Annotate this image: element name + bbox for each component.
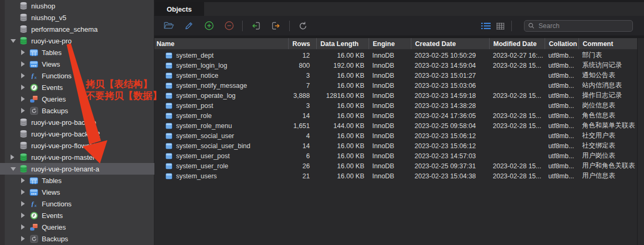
disclosure-right-icon[interactable] [21, 107, 29, 114]
sidebar-item-functions[interactable]: ƒxFunctions [0, 70, 154, 81]
cell-text: system_social_user [176, 132, 234, 140]
disclosure-right-icon[interactable] [21, 189, 29, 195]
search-input[interactable] [538, 22, 629, 30]
disclosure-right-icon[interactable] [11, 154, 19, 160]
table-row-system-dept[interactable]: system_dept1216.00 KBInnoDB2023-02-25 10… [154, 50, 637, 60]
export-wizard-button[interactable] [266, 19, 286, 33]
queries-icon [30, 223, 38, 231]
tab-bar: Objects [154, 0, 644, 16]
list-view-icon [481, 22, 491, 30]
sidebar-item-ruoyi-vue-pro-master[interactable]: ruoyi-vue-pro-master [0, 151, 154, 163]
table-row-system-notify-message[interactable]: system_notify_message716.00 KBInnoDB2023… [154, 80, 637, 90]
table-row-system-role-menu[interactable]: system_role_menu1,651144.00 KBInnoDB2023… [154, 121, 637, 131]
sidebar-item-queries[interactable]: Queries [0, 93, 154, 105]
cell-created-date: 2023-02-23 14:57:03 [411, 152, 489, 160]
cell-text: 16.00 KB [337, 152, 364, 160]
sidebar-item-label: Events [42, 212, 63, 220]
pencil-icon [184, 21, 194, 31]
cell-text: 2023-02-28 15... [493, 112, 541, 120]
sidebar-item-backups[interactable]: Backups [0, 105, 154, 116]
search-box[interactable] [524, 20, 633, 32]
functions-icon: ƒx [31, 71, 37, 80]
column-header-rows[interactable]: Rows [288, 38, 316, 49]
sidebar-item-ruoyi-vue-pro-tenant-a[interactable]: ruoyi-vue-pro-tenant-a [0, 163, 154, 175]
table-row-system-user-role[interactable]: system_user_role2616.00 KBInnoDB2023-02-… [154, 161, 637, 171]
disclosure-down-icon[interactable] [11, 166, 19, 172]
table-row-system-social-user[interactable]: system_social_user416.00 KBInnoDB2023-02… [154, 131, 637, 141]
sidebar-item-ruoyi-vue-pro-backup2[interactable]: ruoyi-vue-pro-backup2 [0, 128, 154, 140]
column-header-created-date[interactable]: Created Date [411, 38, 489, 49]
column-header-modified-date[interactable]: Modified Date [489, 38, 545, 49]
cell-text: 2023-02-23 15:04:38 [415, 173, 476, 180]
disclosure-down-icon[interactable] [11, 38, 19, 44]
design-table-button[interactable] [179, 19, 199, 33]
cell-text: 14 [302, 112, 310, 120]
disclosure-right-icon[interactable] [21, 201, 29, 207]
import-wizard-button[interactable] [246, 19, 266, 33]
sidebar-item-functions[interactable]: ƒxFunctions [0, 198, 154, 210]
sidebar-item-backups[interactable]: Backups [0, 233, 154, 244]
sidebar-item-events[interactable]: Events [0, 210, 154, 221]
cell-text: 7 [306, 82, 310, 89]
table-row-system-notice[interactable]: system_notice316.00 KBInnoDB2023-02-23 1… [154, 70, 637, 80]
list-view-button[interactable] [479, 20, 493, 32]
cell-rows: 26 [288, 162, 316, 170]
disclosure-right-icon[interactable] [21, 212, 29, 219]
cell-text: 2023-02-28 15... [493, 173, 541, 180]
sidebar-item-views[interactable]: Views [0, 186, 154, 198]
column-header-name[interactable]: Name [154, 38, 288, 49]
cell-text: 2023-02-25 10:50:29 [415, 52, 476, 59]
cell-engine: InnoDB [369, 82, 411, 89]
delete-object-button[interactable] [219, 19, 239, 33]
database-icon [20, 141, 27, 150]
cell-text: 2023-02-28 15... [493, 122, 541, 130]
cell-created-date: 2023-02-23 14:38:28 [411, 102, 489, 110]
sidebar-item-ruoyi-vue-pro-backup[interactable]: ruoyi-vue-pro-backup [0, 116, 154, 128]
sidebar-item-performance-schema[interactable]: performance_schema [0, 23, 154, 35]
backups-icon [30, 235, 38, 243]
tab-objects[interactable]: Objects [154, 2, 204, 16]
column-header-engine[interactable]: Engine [369, 38, 411, 49]
sidebar-item-views[interactable]: Views [0, 58, 154, 70]
cell-engine: InnoDB [369, 72, 411, 79]
sidebar-item-label: Backups [42, 235, 68, 243]
disclosure-right-icon[interactable] [21, 177, 29, 184]
sidebar-item-ruoyi-vue-pro-flowable[interactable]: ruoyi-vue-pro-flowable [0, 140, 154, 151]
sidebar-item-niushop-v5[interactable]: niushop_v5 [0, 12, 154, 23]
disclosure-right-icon[interactable] [21, 84, 29, 90]
column-header-data-length[interactable]: Data Length [316, 38, 369, 49]
disclosure-right-icon[interactable] [21, 49, 29, 56]
sidebar-item-queries[interactable]: Queries [0, 221, 154, 233]
table-row-system-login-log[interactable]: system_login_log800192.00 KBInnoDB2023-0… [154, 60, 637, 70]
table-row-system-user-post[interactable]: system_user_post616.00 KBInnoDB2023-02-2… [154, 151, 637, 161]
sidebar-item-ruoyi-vue-pro[interactable]: ruoyi-vue-pro [0, 35, 154, 47]
sidebar-item-label: Tables [42, 177, 62, 185]
sidebar-item-niushop[interactable]: niushop [0, 0, 154, 12]
cell-collation: utf8mb... [545, 102, 578, 110]
sidebar-item-tables[interactable]: Tables [0, 47, 154, 58]
table-row-system-users[interactable]: system_users2116.00 KBInnoDB2023-02-23 1… [154, 171, 637, 181]
table-row-system-post[interactable]: system_post316.00 KBInnoDB2023-02-23 14:… [154, 101, 637, 111]
table-row-system-social-user-bind[interactable]: system_social_user_bind1416.00 KBInnoDB2… [154, 141, 637, 151]
grid-view-button[interactable] [493, 20, 507, 32]
table-row-system-operate-log[interactable]: system_operate_log3,88812816.00 KBInnoDB… [154, 90, 637, 101]
disclosure-right-icon[interactable] [21, 235, 29, 242]
disclosure-right-icon[interactable] [21, 61, 29, 67]
refresh-button[interactable] [293, 19, 313, 33]
cell-text: 用户岗位表 [582, 152, 615, 159]
column-header-comment[interactable]: Comment [578, 38, 644, 49]
sidebar-item-tables[interactable]: Tables [0, 175, 154, 186]
open-table-button[interactable] [159, 19, 179, 33]
cell-created-date: 2023-02-25 10:50:29 [411, 52, 489, 59]
table-row-system-role[interactable]: system_role1416.00 KBInnoDB2023-02-24 17… [154, 111, 637, 121]
disclosure-right-icon[interactable] [21, 224, 29, 230]
new-object-button[interactable] [199, 19, 219, 33]
cell-data-length: 16.00 KB [316, 152, 369, 160]
disclosure-right-icon[interactable] [21, 96, 29, 102]
disclosure-right-icon[interactable] [21, 72, 29, 79]
column-header-collation[interactable]: Collation [545, 38, 578, 49]
cell-created-date: 2023-02-23 15:06:12 [411, 142, 489, 150]
cell-created-date: 2023-02-23 15:01:27 [411, 72, 489, 79]
cell-comment: 社交用户表 [578, 131, 637, 140]
sidebar-item-events[interactable]: Events [0, 81, 154, 93]
